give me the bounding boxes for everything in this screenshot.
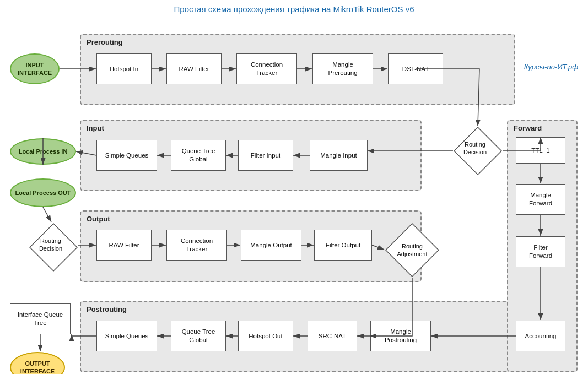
dst-nat-box: DST-NAT [388,53,443,84]
routing-adjustment-label: Routing Adjustment [397,242,427,258]
input-interface-label: INPUT INTERFACE [11,61,58,77]
section-forward-label: Forward [514,124,542,132]
page-title: Простая схема прохождения трафика на Mik… [0,0,588,16]
filter-input-box: Filter Input [238,140,293,171]
mangle-forward-box: Mangle Forward [516,184,565,215]
connection-tracker-pre-box: Connection Tracker [236,53,297,84]
simple-queues-post-box: Simple Queues [96,321,157,351]
local-process-in-label: Local Process IN [19,148,68,155]
routing-decision-pre-label: Routing Decision [463,140,487,156]
local-process-out-label: Local Process OUT [15,189,71,197]
output-interface-oval: OUTPUT INTERFACE [10,352,65,374]
raw-filter-out-box: RAW Filter [96,230,152,261]
connection-tracker-out-box: Connection Tracker [166,230,227,261]
hotspot-out-box: Hotspot Out [238,321,293,351]
queue-tree-global-in-box: Queue Tree Global [171,140,226,171]
routing-decision-out-label: Routing Decision [39,237,62,253]
local-process-out-oval: Local Process OUT [10,178,76,207]
routing-decision-out-diamond: Routing Decision [29,223,73,267]
section-postrouting-label: Postrouting [87,305,127,313]
simple-queues-in-box: Simple Queues [96,140,157,171]
hotspot-in-box: Hotspot In [96,53,152,84]
section-input-label: Input [87,124,104,132]
mangle-input-box: Mangle Input [310,140,368,171]
section-output-label: Output [87,215,110,223]
interface-queue-tree-box: Interface Queue Tree [10,303,71,334]
ttl-box: TTL -1 [516,137,565,164]
filter-output-box: Filter Output [314,230,372,261]
src-nat-box: SRC-NAT [308,321,357,351]
mangle-postrouting-box: Mangle Postrouting [370,321,431,351]
queue-tree-global-post-box: Queue Tree Global [171,321,226,351]
routing-decision-pre-diamond: Routing Decision [453,126,497,170]
filter-forward-box: Filter Forward [516,236,565,267]
accounting-box: Accounting [516,321,565,351]
local-process-in-oval: Local Process IN [10,138,76,165]
input-interface-oval: INPUT INTERFACE [10,53,60,84]
svg-line-16 [43,207,51,222]
section-prerouting-label: Prerouting [87,38,123,46]
watermark: Курсы-по-ИТ.рф [524,63,578,71]
raw-filter-pre-box: RAW Filter [166,53,222,84]
output-interface-label: OUTPUT INTERFACE [11,360,64,374]
mangle-output-box: Mangle Output [241,230,301,261]
routing-adjustment-diamond: Routing Adjustment [385,223,440,278]
mangle-prerouting-box: Mangle Prerouting [312,53,373,84]
